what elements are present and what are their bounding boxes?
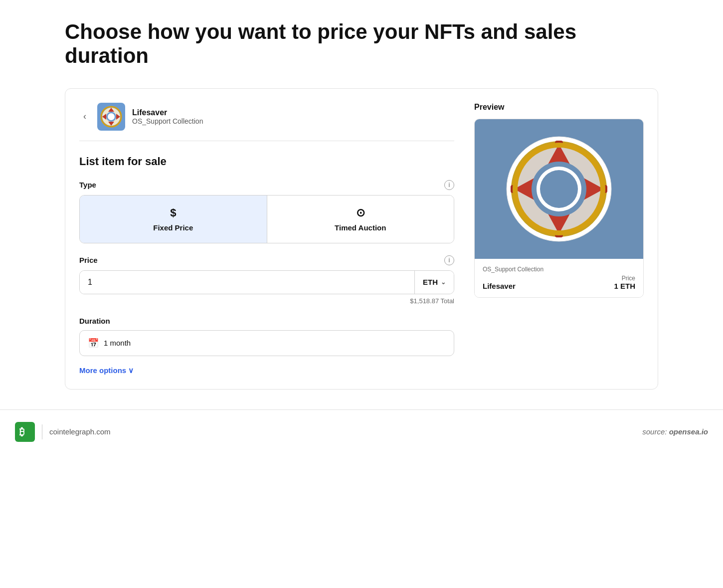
price-input-row: ETH ⌄	[79, 270, 454, 294]
price-label: Price	[79, 256, 98, 264]
footer-left: ₿ cointelegraph.com	[15, 422, 111, 442]
more-options-label: More options	[79, 366, 126, 375]
price-info-icon[interactable]: i	[444, 255, 454, 265]
preview-image	[475, 119, 643, 259]
footer-source-name: opensea.io	[669, 427, 708, 436]
type-label: Type	[79, 181, 96, 189]
svg-point-3	[108, 113, 115, 120]
footer-divider	[42, 424, 42, 439]
right-panel: Preview	[474, 103, 644, 375]
more-options-chevron-icon: ∨	[128, 366, 134, 375]
type-option-auction[interactable]: ⊙ Timed Auction	[267, 196, 454, 243]
nft-info: Lifesaver OS_Support Collection	[132, 108, 203, 125]
currency-label: ETH	[423, 278, 438, 286]
price-total: $1,518.87 Total	[79, 297, 454, 305]
nft-header: ‹	[79, 103, 454, 141]
page-title: Choose how you want to price your NFTs a…	[65, 20, 658, 68]
currency-selector[interactable]: ETH ⌄	[414, 271, 454, 294]
calendar-icon: 📅	[88, 338, 99, 349]
duration-field: Duration 📅 1 month	[79, 317, 454, 356]
timed-auction-icon: ⊙	[356, 206, 365, 219]
preview-title: Preview	[474, 103, 644, 112]
fixed-price-icon: $	[170, 206, 176, 219]
nft-collection: OS_Support Collection	[132, 117, 203, 125]
type-info-icon[interactable]: i	[444, 180, 454, 190]
svg-point-10	[540, 170, 578, 208]
preview-card: OS_Support Collection Lifesaver Price 1 …	[474, 119, 644, 298]
fixed-price-label: Fixed Price	[153, 223, 193, 232]
duration-text: 1 month	[104, 339, 131, 347]
preview-price-label: Price	[614, 275, 635, 282]
footer-source: source: opensea.io	[642, 427, 708, 436]
preview-nft-name: Lifesaver	[483, 282, 516, 290]
type-option-fixed[interactable]: $ Fixed Price	[80, 196, 267, 243]
left-panel: ‹	[79, 103, 454, 375]
duration-label: Duration	[79, 317, 110, 325]
lifesaver-illustration	[504, 134, 614, 244]
main-card: ‹	[65, 88, 658, 390]
price-field-label: Price i	[79, 255, 454, 265]
footer-source-prefix: source:	[642, 427, 667, 436]
timed-auction-label: Timed Auction	[335, 223, 386, 232]
duration-input[interactable]: 📅 1 month	[79, 330, 454, 356]
type-selector: $ Fixed Price ⊙ Timed Auction	[79, 195, 454, 243]
footer-domain: cointelegraph.com	[49, 427, 111, 436]
svg-text:₿: ₿	[19, 426, 24, 437]
currency-chevron-icon: ⌄	[441, 279, 446, 286]
nft-avatar	[97, 103, 125, 131]
preview-price-value: 1 ETH	[614, 282, 635, 290]
nft-name: Lifesaver	[132, 108, 203, 117]
preview-price-block: Price 1 ETH	[614, 275, 635, 290]
preview-info: OS_Support Collection Lifesaver Price 1 …	[475, 259, 643, 297]
duration-field-label: Duration	[79, 317, 454, 325]
type-field-label: Type i	[79, 180, 454, 190]
back-button[interactable]: ‹	[79, 109, 90, 124]
footer: ₿ cointelegraph.com source: opensea.io	[0, 409, 723, 454]
preview-collection: OS_Support Collection	[483, 266, 635, 273]
more-options-link[interactable]: More options ∨	[79, 366, 454, 375]
price-input[interactable]	[80, 271, 414, 294]
cointelegraph-logo-icon: ₿	[18, 425, 31, 438]
footer-logo: ₿	[15, 422, 35, 442]
section-title: List item for sale	[79, 155, 454, 168]
nft-avatar-icon	[99, 105, 123, 129]
price-field-wrapper: Price i ETH ⌄ $1,518.87 Total	[79, 255, 454, 305]
preview-bottom-row: Lifesaver Price 1 ETH	[483, 275, 635, 290]
